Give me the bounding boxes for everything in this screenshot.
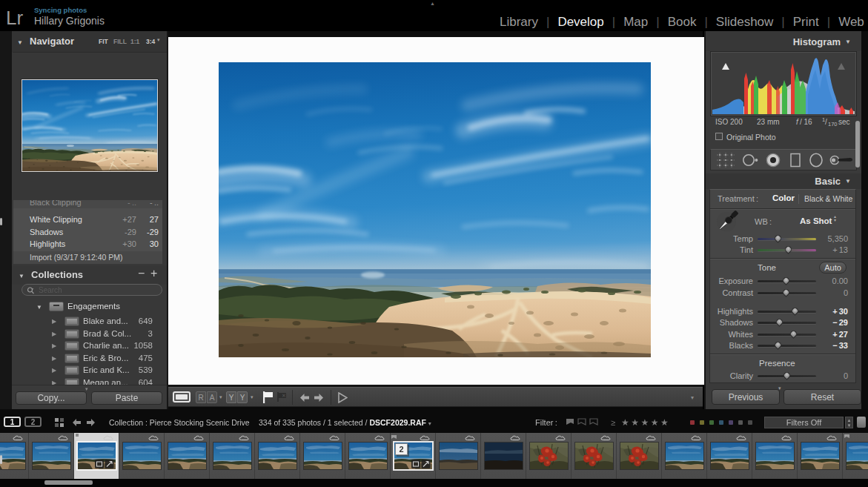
svg-text:✕: ✕ [282,393,286,398]
